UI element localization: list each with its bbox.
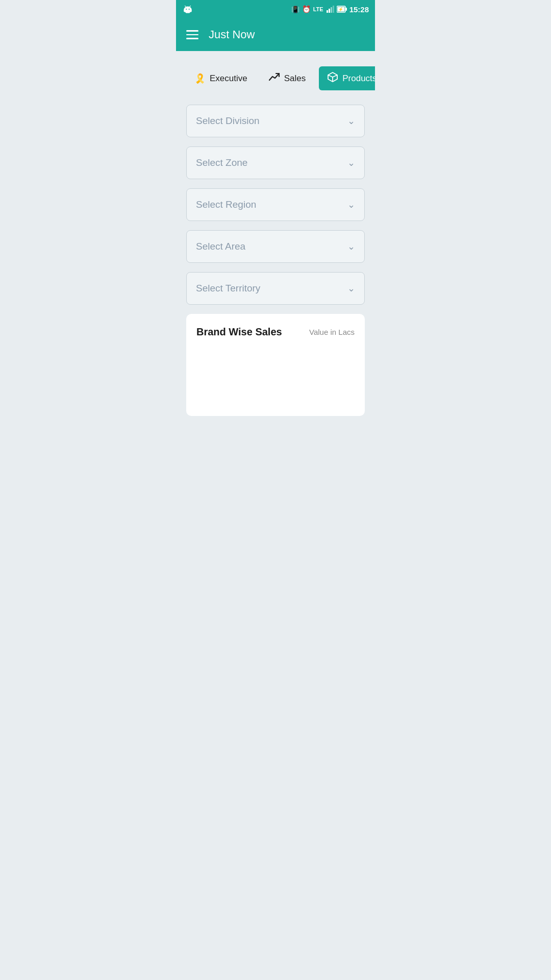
region-dropdown-container: Select Region ⌄: [186, 188, 365, 221]
area-dropdown[interactable]: Select Area ⌄: [186, 230, 365, 263]
tab-products-label: Products: [342, 74, 375, 84]
tab-executive[interactable]: 🎗️ Executive: [186, 68, 256, 89]
app-bar-title: Just Now: [209, 28, 255, 41]
chevron-down-icon: ⌄: [347, 199, 355, 210]
status-bar-right: 📳 ⏰ LTE ⚡ 15:28: [291, 5, 369, 14]
main-content: 🎗️ Executive Sales Pr: [176, 51, 375, 426]
vibrate-icon: 📳: [291, 6, 299, 13]
tab-sales-label: Sales: [284, 74, 306, 84]
svg-point-0: [184, 7, 191, 13]
svg-rect-11: [331, 7, 332, 13]
android-logo-icon: [182, 4, 193, 15]
card-subtitle: Value in Lacs: [309, 328, 355, 336]
alarm-icon: ⏰: [302, 5, 311, 13]
division-dropdown[interactable]: Select Division ⌄: [186, 105, 365, 137]
battery-icon: ⚡: [337, 5, 347, 13]
svg-rect-14: [345, 8, 347, 11]
app-bar: Just Now: [176, 18, 375, 51]
territory-dropdown[interactable]: Select Territory ⌄: [186, 272, 365, 305]
svg-line-19: [328, 75, 333, 77]
zone-dropdown-label: Select Zone: [196, 157, 247, 168]
chevron-down-icon: ⌄: [347, 115, 355, 127]
tie-icon: 🎗️: [194, 73, 206, 84]
division-dropdown-container: Select Division ⌄: [186, 105, 365, 137]
svg-line-7: [185, 6, 186, 7]
hamburger-menu-button[interactable]: [186, 30, 198, 39]
tab-sales[interactable]: Sales: [261, 67, 314, 89]
territory-dropdown-container: Select Territory ⌄: [186, 272, 365, 305]
svg-rect-3: [186, 11, 187, 13]
chevron-down-icon: ⌄: [347, 241, 355, 252]
area-dropdown-container: Select Area ⌄: [186, 230, 365, 263]
svg-point-6: [189, 9, 190, 10]
svg-rect-9: [327, 10, 328, 13]
svg-rect-12: [333, 6, 334, 13]
status-bar: 📳 ⏰ LTE ⚡ 15:28: [176, 0, 375, 18]
svg-text:⚡: ⚡: [338, 7, 343, 12]
division-dropdown-label: Select Division: [196, 115, 260, 127]
svg-rect-4: [189, 11, 190, 13]
card-title: Brand Wise Sales: [196, 326, 282, 338]
svg-line-20: [333, 75, 337, 77]
tab-bar: 🎗️ Executive Sales Pr: [186, 66, 365, 90]
tab-executive-label: Executive: [210, 74, 247, 84]
brand-wise-sales-card: Brand Wise Sales Value in Lacs: [186, 314, 365, 416]
status-bar-left: [182, 4, 193, 15]
svg-rect-2: [191, 10, 192, 12]
box-icon: [327, 71, 338, 85]
tab-products[interactable]: Products: [319, 66, 375, 90]
svg-rect-10: [329, 9, 330, 13]
chevron-down-icon: ⌄: [347, 283, 355, 294]
signal-icon: [326, 5, 334, 13]
zone-dropdown-container: Select Zone ⌄: [186, 146, 365, 179]
svg-rect-1: [184, 10, 185, 12]
svg-point-5: [186, 9, 187, 10]
area-dropdown-label: Select Area: [196, 241, 245, 252]
lte-icon: LTE: [313, 6, 323, 12]
svg-line-8: [189, 6, 190, 7]
trending-up-icon: [269, 72, 280, 84]
region-dropdown-label: Select Region: [196, 199, 256, 210]
card-header: Brand Wise Sales Value in Lacs: [196, 326, 355, 338]
chevron-down-icon: ⌄: [347, 157, 355, 168]
status-time: 15:28: [349, 5, 369, 14]
territory-dropdown-label: Select Territory: [196, 283, 260, 294]
zone-dropdown[interactable]: Select Zone ⌄: [186, 146, 365, 179]
region-dropdown[interactable]: Select Region ⌄: [186, 188, 365, 221]
